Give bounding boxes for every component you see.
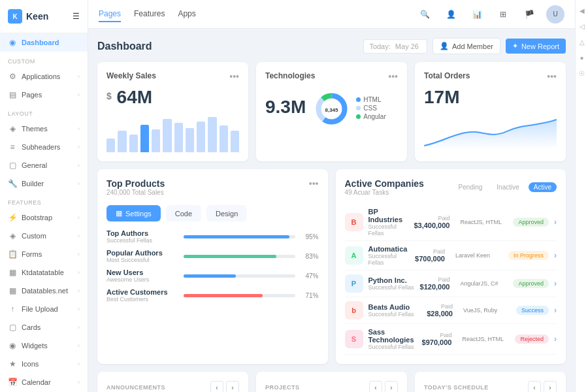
- avatar[interactable]: U: [546, 5, 564, 24]
- top-products-menu[interactable]: •••: [309, 178, 319, 189]
- tab-settings[interactable]: ▦ Settings: [106, 205, 161, 221]
- total-orders-menu[interactable]: •••: [547, 71, 557, 82]
- bootstrap-icon: ⚡: [8, 213, 17, 222]
- announcements-label: ANNOUNCEMENTS: [106, 384, 165, 391]
- weekly-sales-menu[interactable]: •••: [229, 71, 239, 82]
- fileupload-icon: ↑: [8, 304, 17, 314]
- datatables-icon: ▦: [8, 286, 17, 295]
- company-arrow-python[interactable]: ›: [554, 279, 557, 288]
- company-arrow-beats[interactable]: ›: [554, 306, 557, 315]
- chart-btn[interactable]: 📊: [468, 5, 486, 24]
- company-row-bp: B BP Industries Successful Fellas Paid $…: [345, 204, 557, 241]
- company-row-automatica: A Automatica Successful Fellas Paid $700…: [345, 241, 557, 270]
- progress-row-active-customers: Active Customers Best Customers 71%: [106, 288, 319, 302]
- new-report-button[interactable]: ✦ New Report: [506, 39, 566, 54]
- announcements-card: ANNOUNCEMENTS ‹ › Keen Admin Launch Day …: [97, 372, 248, 392]
- company-arrow-bp[interactable]: ›: [554, 218, 557, 227]
- announcements-next[interactable]: ›: [226, 381, 239, 392]
- status-tab-active[interactable]: Active: [529, 182, 557, 192]
- company-logo-automatica: A: [345, 246, 363, 265]
- sidebar-item-icons[interactable]: ★Icons ›: [0, 355, 88, 373]
- company-arrow-sass[interactable]: ›: [554, 335, 557, 344]
- sidebar-item-pages[interactable]: ▤Pages ›: [0, 86, 88, 104]
- technologies-card: Technologies ••• 9.3M: [256, 62, 407, 161]
- sidebar-item-widgets[interactable]: ◉Widgets ›: [0, 336, 88, 355]
- status-tab-inactive[interactable]: Inactive: [491, 182, 524, 192]
- right-btn-3[interactable]: △: [577, 37, 587, 47]
- grid-btn[interactable]: ⊞: [494, 5, 512, 24]
- sidebar-item-themes[interactable]: ◈Themes ›: [0, 120, 88, 138]
- sidebar-item-builder[interactable]: 🔧Builder ›: [0, 174, 88, 193]
- logo-text: Keen: [26, 11, 48, 22]
- progress-row-new-users: New Users Awesome Users 47%: [106, 269, 319, 283]
- nav-pages[interactable]: Pages: [99, 7, 121, 22]
- sidebar-item-general[interactable]: ▢General ›: [0, 156, 88, 174]
- cards-icon: ▢: [8, 323, 17, 332]
- add-member-button[interactable]: 👤 Add Member: [433, 38, 500, 54]
- sidebar-item-calendar[interactable]: 📅Calendar ›: [0, 373, 88, 391]
- svg-text:8,345: 8,345: [325, 107, 339, 113]
- status-badge-python: Approved: [513, 279, 549, 288]
- company-row-beats: b Beats Audio Successful Fellas Paid $28…: [345, 297, 557, 324]
- hamburger-btn[interactable]: ☰: [73, 12, 80, 21]
- ktdatatatable-icon: ▦: [8, 268, 17, 277]
- page-title: Dashboard: [97, 41, 152, 52]
- sidebar-item-dashboard[interactable]: ◉ Dashboard: [0, 33, 88, 52]
- projects-next[interactable]: ›: [385, 381, 398, 392]
- right-panel: ◀ ◁ △ ● ☉: [575, 0, 588, 392]
- tab-code[interactable]: Code: [166, 205, 201, 221]
- flag-btn[interactable]: 🏴: [520, 5, 538, 24]
- projects-prev[interactable]: ‹: [369, 381, 382, 392]
- icons-icon: ★: [8, 359, 17, 368]
- technologies-menu[interactable]: •••: [388, 71, 398, 82]
- sidebar-item-subheaders[interactable]: ≡Subheaders ›: [0, 138, 88, 156]
- company-logo-beats: b: [345, 301, 363, 319]
- top-products-subtitle: 240,000 Total Sales: [106, 189, 165, 196]
- user-btn[interactable]: 👤: [442, 5, 460, 24]
- schedule-card: TODAY'S SCHEDULE ‹ › UI/UX Design Update…: [415, 372, 566, 392]
- sidebar-section-layout: Layout: [0, 104, 88, 120]
- forms-icon: 📋: [8, 250, 17, 259]
- technologies-title: Technologies: [265, 71, 315, 80]
- sidebar-item-datatables[interactable]: ▦Datatables.net ›: [0, 282, 88, 300]
- sidebar-item-bootstrap[interactable]: ⚡Bootstrap ›: [0, 208, 88, 227]
- total-orders-card: Total Orders ••• 17M: [415, 62, 566, 161]
- status-badge-beats: Success: [516, 306, 549, 315]
- technologies-donut: 8,345 HTML CSS Angular: [314, 91, 385, 127]
- sidebar-item-custom[interactable]: ◈Custom ›: [0, 227, 88, 245]
- sidebar-item-ktdatatatable[interactable]: ▦Ktdatatatable ›: [0, 263, 88, 282]
- pages-icon: ▤: [8, 90, 17, 99]
- logo-area: K Keen ☰: [0, 0, 88, 33]
- company-logo-sass: S: [345, 330, 363, 348]
- nav-apps[interactable]: Apps: [178, 7, 195, 22]
- nav-features[interactable]: Features: [134, 7, 165, 22]
- right-btn-5[interactable]: ☉: [577, 68, 587, 78]
- topbar-actions: 🔍 👤 📊 ⊞ 🏴 U: [416, 5, 564, 24]
- company-arrow-automatica[interactable]: ›: [554, 251, 557, 260]
- schedule-prev[interactable]: ‹: [528, 381, 541, 392]
- right-btn-4[interactable]: ●: [577, 52, 587, 63]
- sidebar-section-custom: Custom: [0, 52, 88, 67]
- dashboard-header: Dashboard Today: May 26 👤 Add Member ✦ N…: [97, 38, 566, 54]
- schedule-nav: ‹ ›: [528, 381, 557, 392]
- announcements-prev[interactable]: ‹: [210, 381, 223, 392]
- today-badge: Today: May 26: [363, 39, 427, 54]
- search-btn[interactable]: 🔍: [416, 5, 434, 24]
- add-member-icon: 👤: [440, 42, 449, 50]
- right-btn-2[interactable]: ◁: [577, 21, 587, 31]
- sidebar-item-fileupload[interactable]: ↑File Upload ›: [0, 300, 88, 318]
- technologies-value: 9.3M: [265, 97, 306, 118]
- dashboard-icon: ◉: [8, 38, 17, 47]
- weekly-sales-chart: [106, 113, 239, 152]
- sidebar-item-cards[interactable]: ▢Cards ›: [0, 318, 88, 336]
- progress-row-top-authors: Top Authors Successful Fellas 95%: [106, 229, 319, 244]
- right-btn-1[interactable]: ◀: [577, 5, 587, 16]
- sidebar-item-applications[interactable]: ⚙Applications ›: [0, 67, 88, 86]
- header-actions: Today: May 26 👤 Add Member ✦ New Report: [363, 38, 566, 54]
- custom-icon: ◈: [8, 231, 17, 240]
- sidebar: K Keen ☰ ◉ Dashboard Custom ⚙Application…: [0, 0, 88, 392]
- status-tab-pending[interactable]: Pending: [453, 182, 488, 192]
- schedule-next[interactable]: ›: [544, 381, 557, 392]
- sidebar-item-forms[interactable]: 📋Forms ›: [0, 245, 88, 263]
- tab-design[interactable]: Design: [206, 205, 247, 221]
